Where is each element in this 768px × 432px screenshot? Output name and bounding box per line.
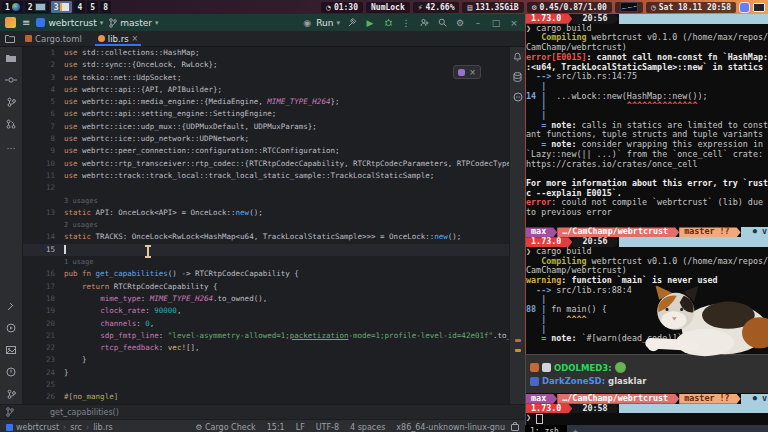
code-line[interactable]: 18 mime_type: MIME_TYPE_H264.to_owned(),: [23, 293, 509, 305]
ai-assistant-icon[interactable]: [458, 69, 465, 76]
terminal-2[interactable]: max …/CamChamp/webrtcrust master !? ⏺ v …: [525, 393, 768, 425]
code-line[interactable]: 3use tokio::net::UdpSocket;: [23, 72, 509, 84]
code-line[interactable]: 20 channels: 0,: [23, 318, 509, 330]
close-icon[interactable]: ×: [469, 68, 476, 77]
build-hammer-icon[interactable]: [346, 18, 358, 27]
code-line[interactable]: 8use webrtc::ice::udp_network::UDPNetwor…: [23, 133, 509, 145]
workspace-5[interactable]: 5: [87, 1, 98, 13]
search-everywhere-icon[interactable]: [436, 18, 448, 27]
code-line[interactable]: 21 sdp_fmtp_line: "level-asymmetry-allow…: [23, 330, 509, 342]
ai-chat-tool-icon[interactable]: [512, 91, 524, 103]
code-line[interactable]: 4use webrtc::api::{API, APIBuilder};: [23, 84, 509, 96]
problems-tool-icon[interactable]: [5, 366, 17, 378]
services-tool-icon[interactable]: [5, 322, 17, 334]
line-number[interactable]: 4: [23, 84, 62, 96]
build-tool-icon[interactable]: [5, 300, 17, 312]
line-number[interactable]: 24: [23, 367, 62, 379]
main-menu-icon[interactable]: ≡: [22, 17, 30, 28]
line-number[interactable]: 5: [23, 96, 62, 108]
warning-stripe-mark[interactable]: [515, 349, 521, 352]
folder-icon[interactable]: [4, 35, 16, 43]
status-cargo-check[interactable]: ⚙ Cargo Check: [195, 423, 255, 432]
database-tool-icon[interactable]: [512, 71, 524, 83]
code-line[interactable]: 1use std::collections::HashMap;: [23, 47, 509, 59]
more-actions-icon[interactable]: ⋮: [400, 18, 412, 28]
code-line[interactable]: 5use webrtc::api::media_engine::{MediaEn…: [23, 96, 509, 108]
line-number[interactable]: 18: [23, 293, 62, 305]
line-number[interactable]: 1: [23, 47, 62, 59]
lock-icon[interactable]: [511, 424, 519, 431]
git-tool-icon[interactable]: [5, 96, 17, 108]
tab-close-icon[interactable]: ×: [132, 34, 139, 43]
commit-tool-icon[interactable]: [5, 74, 17, 86]
line-number[interactable]: 22: [23, 342, 62, 354]
error-stripe-mark[interactable]: [515, 339, 521, 342]
notifications-bell-icon[interactable]: [512, 51, 524, 63]
code-line[interactable]: 24}: [23, 367, 509, 379]
tab-lib-rs[interactable]: lib.rs ×: [91, 31, 145, 46]
breadcrumb-webrtcrust[interactable]: webrtcrust: [6, 423, 59, 432]
line-number[interactable]: 12: [23, 182, 62, 194]
context-function[interactable]: get_capabilities(): [50, 408, 119, 417]
status-x86_64-unknown-linux-gnu[interactable]: x86_64-unknown-linux-gnu: [396, 423, 505, 432]
window-close-button[interactable]: ×: [508, 18, 520, 28]
ide-logo-icon[interactable]: [5, 17, 16, 28]
line-number[interactable]: 3: [23, 72, 62, 84]
code-line[interactable]: 12: [23, 182, 509, 194]
line-number[interactable]: 23: [23, 354, 62, 366]
line-number[interactable]: 20: [23, 318, 62, 330]
code-with-me-icon[interactable]: [418, 18, 430, 27]
code-line[interactable]: 26#[no_mangle]: [23, 391, 509, 403]
project-tool-icon[interactable]: [5, 52, 17, 64]
new-tab-button[interactable]: +: [567, 427, 584, 432]
display-tray-icon[interactable]: [753, 3, 765, 12]
code-line[interactable]: 11use webrtc::track::track_local::track_…: [23, 170, 509, 182]
more-tools-icon[interactable]: …: [5, 140, 17, 152]
code-line[interactable]: 7use webrtc::ice::udp_mux::{UDPMuxDefaul…: [23, 121, 509, 133]
settings-gear-icon[interactable]: ⚙: [454, 18, 466, 28]
code-line[interactable]: 16pub fn get_capabilities() -> RTCRtpCod…: [23, 268, 509, 280]
debug-button[interactable]: [382, 18, 394, 27]
line-number[interactable]: 11: [23, 170, 62, 182]
code-editor[interactable]: 1use std::collections::HashMap;2use std:…: [23, 47, 509, 404]
code-line[interactable]: 15: [23, 244, 509, 256]
line-number[interactable]: 19: [23, 305, 62, 317]
line-number[interactable]: 17: [23, 281, 62, 293]
status-4-spaces[interactable]: 4 spaces: [350, 423, 385, 432]
line-number[interactable]: 16: [23, 268, 62, 280]
line-number[interactable]: 15: [23, 244, 62, 256]
line-number[interactable]: 10: [23, 158, 62, 170]
status-15:1[interactable]: 15:1: [267, 423, 285, 432]
discord-tray-icon[interactable]: [739, 2, 750, 13]
code-line[interactable]: 23 }: [23, 354, 509, 366]
usage-hint-row[interactable]: 1 usage: [23, 256, 509, 268]
code-line[interactable]: 6use webrtc::api::setting_engine::Settin…: [23, 108, 509, 120]
code-line[interactable]: 14static TRACKS: OnceLock<RwLock<HashMap…: [23, 231, 509, 243]
breadcrumb-lib.rs[interactable]: lib.rs: [93, 423, 113, 432]
branch-selector[interactable]: master ▾: [109, 18, 158, 28]
line-number[interactable]: 2: [23, 59, 62, 71]
line-number[interactable]: 14: [23, 231, 62, 243]
code-line[interactable]: 25: [23, 379, 509, 391]
line-number[interactable]: [23, 195, 62, 207]
tab-cargo-toml[interactable]: Cargo.toml: [18, 31, 89, 46]
usage-hint-row[interactable]: 3 usages: [23, 195, 509, 207]
status-lf[interactable]: LF: [296, 423, 305, 432]
line-number[interactable]: [23, 219, 62, 231]
workspace-2[interactable]: 2: [25, 1, 49, 13]
workspace-4[interactable]: 4: [74, 1, 85, 13]
line-number[interactable]: 6: [23, 108, 62, 120]
breadcrumb-src[interactable]: src: [70, 423, 82, 432]
code-line[interactable]: 10use webrtc::rtp_transceiver::rtp_codec…: [23, 158, 509, 170]
workspace-1[interactable]: 1: [2, 1, 23, 13]
floating-editor-widget[interactable]: ×: [453, 65, 481, 79]
line-number[interactable]: 8: [23, 133, 62, 145]
project-selector[interactable]: webrtcrust ▾: [36, 18, 103, 28]
usage-hint-row[interactable]: 2 usages: [23, 219, 509, 231]
workspace-8[interactable]: 8: [100, 1, 111, 13]
line-number[interactable]: 7: [23, 121, 62, 133]
line-number[interactable]: [23, 256, 62, 268]
code-line[interactable]: 19 clock_rate: 90000,: [23, 305, 509, 317]
line-number[interactable]: 21: [23, 330, 62, 342]
window-maximize-button[interactable]: □: [490, 18, 502, 28]
